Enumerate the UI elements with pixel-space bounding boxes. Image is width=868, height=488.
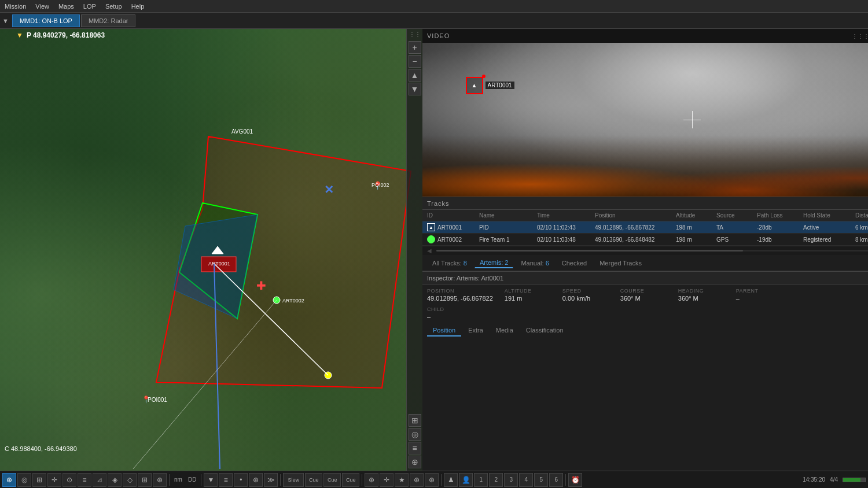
- horizontal-scrollbar[interactable]: [436, 250, 868, 252]
- status-right: 14:35:20 4/4: [803, 476, 866, 483]
- tool-filter-button[interactable]: ▼: [204, 473, 218, 487]
- tool-star-button[interactable]: ★: [395, 473, 409, 487]
- menu-help[interactable]: Help: [131, 3, 145, 10]
- tool-add2-button[interactable]: ⊕: [249, 473, 263, 487]
- tool-num4-button[interactable]: 4: [519, 473, 533, 487]
- pan-up-button[interactable]: ▲: [409, 69, 421, 82]
- track-dist-art0002: 8 km: [853, 236, 868, 243]
- inspector-main-fields: POSITION 49.012895, -66.867822 ALTITUDE …: [427, 288, 868, 302]
- tool-grid-button[interactable]: ⊞: [32, 473, 46, 487]
- track-pathloss-art0001: -28db: [755, 224, 801, 231]
- tab-mmd2[interactable]: MMD2: Radar: [81, 14, 135, 27]
- tool-shape-button[interactable]: ◇: [123, 473, 137, 487]
- menu-setup[interactable]: Setup: [105, 3, 122, 10]
- map-tool-2[interactable]: ◎: [409, 428, 421, 441]
- track-id-art0002: ART0002: [425, 235, 477, 244]
- insp-tab-classification[interactable]: Classification: [520, 325, 569, 337]
- tool-add-button[interactable]: ⊕: [153, 473, 167, 487]
- sep-2: [201, 474, 201, 486]
- tool-slew-button[interactable]: Slew: [283, 473, 304, 487]
- tab-mmd1[interactable]: MMD1: ON-B LOP: [12, 14, 80, 27]
- filter-tab-all[interactable]: All Tracks: 8: [427, 258, 472, 268]
- scrollbar-thumb: [436, 250, 743, 252]
- tool-move-button[interactable]: ⊕: [425, 473, 439, 487]
- insp-tab-extra[interactable]: Extra: [462, 325, 489, 337]
- tracks-scroll-bar[interactable]: ◀ ▶: [422, 246, 868, 255]
- right-panel: VIDEO ⋮⋮⋮ 0 TACVISION ▾ ⤢: [422, 29, 868, 471]
- filter-tab-merged[interactable]: Merged Tracks: [594, 258, 647, 268]
- inspector-child-fields: CHILD –: [427, 306, 868, 320]
- tool-compass-button[interactable]: ◎: [17, 473, 31, 487]
- tool-menu-button[interactable]: ≡: [219, 473, 233, 487]
- tool-person-button[interactable]: 👤: [459, 473, 473, 487]
- tool-num6-button[interactable]: 6: [549, 473, 563, 487]
- zoom-out-button[interactable]: −: [409, 55, 421, 68]
- unit-dd[interactable]: DD: [186, 476, 198, 483]
- tool-chess-button[interactable]: ♟: [444, 473, 458, 487]
- insp-tab-position[interactable]: Position: [427, 325, 461, 337]
- insp-course-field: COURSE 360° M: [620, 288, 667, 302]
- col-position: Position: [593, 211, 674, 220]
- crosshair: [683, 111, 701, 128]
- tool-num5-button[interactable]: 5: [534, 473, 548, 487]
- tool-num2-button[interactable]: 2: [489, 473, 503, 487]
- filter-tab-checked[interactable]: Checked: [557, 258, 592, 268]
- tool-clock-button[interactable]: ⏰: [568, 473, 582, 487]
- tool-num3-button[interactable]: 3: [504, 473, 518, 487]
- tool-dot-button[interactable]: •: [234, 473, 248, 487]
- tool-circle-button[interactable]: ⊙: [62, 473, 76, 487]
- filter-tab-artemis[interactable]: Artemis: 2: [475, 257, 514, 268]
- art0001-label: ART0001: [208, 261, 230, 267]
- tool-forward-button[interactable]: ≫: [264, 473, 278, 487]
- track-time-art0002: 02/10 11:03:48: [535, 236, 593, 243]
- map-tool-3[interactable]: ≡: [409, 442, 421, 454]
- video-scene: ▲ ART0001 ART0002: [422, 43, 868, 197]
- tool-cross-button[interactable]: ✛: [380, 473, 393, 487]
- map-tool-1[interactable]: ⊞: [409, 414, 421, 427]
- filter-tab-manual[interactable]: Manual: 6: [516, 258, 554, 268]
- coord-bottom-value: C 48.988400, -66.949380: [5, 445, 77, 452]
- tool-mark-button[interactable]: ✛: [47, 473, 61, 487]
- zoom-in-button[interactable]: +: [409, 41, 421, 54]
- track-row-art0001[interactable]: ▲ ART0001 PID 02/10 11:02:43 49.012895, …: [422, 221, 868, 234]
- inspector-title: Inspector: Artemis: Art0001: [427, 275, 503, 282]
- track-pathloss-art0002: -19db: [755, 236, 801, 243]
- pan-down-button[interactable]: ▼: [409, 83, 421, 95]
- menu-lop[interactable]: LOP: [83, 3, 96, 10]
- coord-bottom: C 48.988400, -66.949380: [5, 445, 77, 452]
- tracks-filter-tabs: All Tracks: 8 Artemis: 2 Manual: 6 Check…: [422, 255, 868, 271]
- insp-tab-media[interactable]: Media: [490, 325, 519, 337]
- track-src-art0002: GPS: [714, 236, 755, 243]
- coord-top-value: P 48.940279, -66.818063: [27, 31, 105, 39]
- track-row-art0002[interactable]: ART0002 Fire Team 1 02/10 11:03:48 49.01…: [422, 234, 868, 246]
- video-area: VIDEO ⋮⋮⋮ 0 TACVISION ▾ ⤢: [422, 29, 868, 197]
- tool-target-button[interactable]: ⊕: [365, 473, 378, 487]
- menu-mission[interactable]: Mission: [5, 3, 26, 10]
- map-controls: ⋮⋮ + − ▲ ▼ ⊞ ◎ ≡ ⊕: [406, 29, 422, 471]
- video-fire: [422, 135, 868, 197]
- menu-view[interactable]: View: [35, 3, 49, 10]
- tool-layers-button[interactable]: ⊞: [138, 473, 152, 487]
- tool-cue2-button[interactable]: Cue: [323, 473, 341, 487]
- tool-list-button[interactable]: ≡: [78, 473, 91, 487]
- track-src-art0001: TA: [714, 224, 755, 231]
- tool-map-button[interactable]: ⊕: [2, 473, 16, 487]
- status-time: 14:35:20: [803, 476, 825, 483]
- map-tool-4[interactable]: ⊕: [409, 456, 421, 468]
- menu-maps[interactable]: Maps: [58, 3, 74, 10]
- tracks-scroll-area[interactable]: ▲ ART0001 PID 02/10 11:02:43 49.012895, …: [422, 221, 868, 246]
- tool-cue1-button[interactable]: Cue: [305, 473, 322, 487]
- tracks-panel: Tracks ⋮⋮⋮ ✕ ID Name Time Position Altit…: [422, 197, 868, 271]
- video-controls-right: ⋮⋮⋮ 0 TACVISION ▾ ⤢: [852, 31, 868, 40]
- tool-diamond-button[interactable]: ◈: [108, 473, 122, 487]
- menu-bar: Mission View Maps LOP Setup Help: [0, 0, 868, 13]
- tool-sector-button[interactable]: ⊿: [93, 473, 106, 487]
- sep-1: [169, 474, 170, 486]
- tool-cue3-button[interactable]: Cue: [342, 473, 359, 487]
- col-hold-state: Hold State: [801, 211, 853, 220]
- inspector-panel: Inspector: Artemis: Art0001 ⋮⋮⋮ ✕ POSITI…: [422, 271, 868, 471]
- tool-link-button[interactable]: ⊕: [410, 473, 424, 487]
- unit-nm[interactable]: nm: [172, 476, 185, 483]
- tool-num1-button[interactable]: 1: [474, 473, 488, 487]
- video-track-art0001: ▲ ART0001: [466, 77, 514, 94]
